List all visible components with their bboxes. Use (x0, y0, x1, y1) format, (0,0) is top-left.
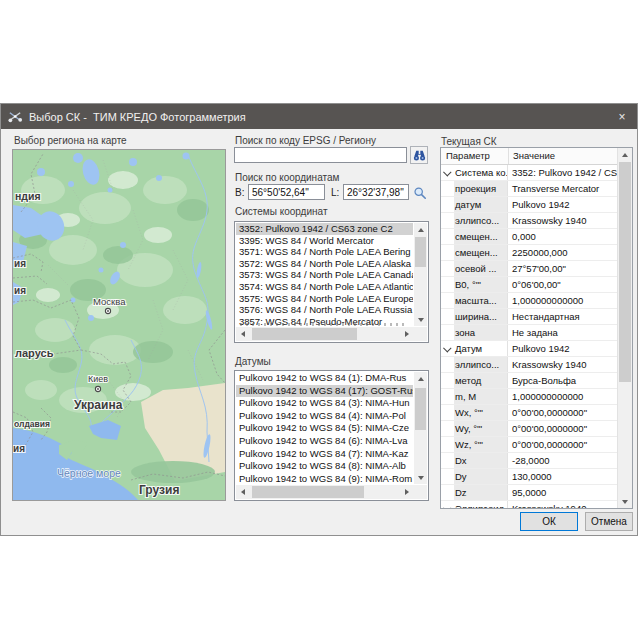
expand-gutter[interactable] (441, 181, 454, 196)
expand-gutter[interactable] (441, 469, 454, 484)
map-label: олдавия (14, 419, 50, 429)
param-cell: масшта... (454, 293, 508, 308)
table-row[interactable]: Dz 95,0000 (441, 485, 618, 501)
table-vscrollbar[interactable] (617, 148, 632, 508)
table-row[interactable]: Система ко... 3352: Pulkovo 1942 / CS63 … (441, 165, 618, 181)
expand-gutter[interactable] (441, 405, 454, 420)
cs-list-vscrollbar[interactable] (414, 223, 427, 326)
list-item[interactable]: 3576: WGS 84 / North Pole LAEA Russia (236, 304, 413, 316)
expand-gutter[interactable] (441, 197, 454, 212)
table-row[interactable]: смещен... 0,000 (441, 229, 618, 245)
list-item[interactable]: 3571: WGS 84 / North Pole LAEA Bering Se… (236, 246, 413, 258)
expand-gutter[interactable] (441, 293, 454, 308)
table-row[interactable]: эллипсо... Krassowsky 1940 (441, 357, 618, 373)
param-cell: Dy (454, 469, 508, 484)
value-cell: 95,0000 (508, 485, 618, 500)
list-item[interactable]: Pulkovo 1942 to WGS 84 (8): NIMA-Alb (236, 460, 413, 473)
expand-gutter[interactable] (441, 421, 454, 436)
list-item[interactable]: Pulkovo 1942 to WGS 84 (6): NIMA-Lva (236, 435, 413, 448)
table-row[interactable]: m, M 1,000000000000 (441, 389, 618, 405)
l-coordinate-input[interactable] (343, 184, 409, 200)
cancel-button[interactable]: Отмена (585, 512, 633, 531)
region-map[interactable]: ндияияияМоскваларусьКиевУкраинаолдавияия… (12, 149, 226, 501)
coordinate-systems-list[interactable]: 3352: Pulkovo 1942 / CS63 zone C2 3395: … (234, 221, 429, 343)
table-row[interactable]: масшта... 1,000000000000 (441, 293, 618, 309)
list-item[interactable]: 3395: WGS 84 / World Mercator (236, 235, 413, 247)
table-row[interactable]: метод Бурса-Вольфа (441, 373, 618, 389)
coords-search-button[interactable] (412, 185, 428, 201)
param-cell: Wy, °'" (454, 421, 508, 436)
map-label: ия (14, 285, 26, 296)
list-item[interactable]: Pulkovo 1942 to WGS 84 (1): DMA-Rus (236, 372, 413, 385)
list-item[interactable]: Pulkovo 1942 to WGS 84 (7): NIMA-Kaz (236, 448, 413, 461)
current-cs-table[interactable]: Параметр Значение Система ко... 3352: Pu… (440, 147, 633, 509)
table-row[interactable]: эллипсо... Krassowsky 1940 (441, 213, 618, 229)
list-item[interactable]: 3574: WGS 84 / North Pole LAEA Atlantic (236, 281, 413, 293)
list-item[interactable]: Pulkovo 1942 to WGS 84 (3): NIMA-Hun (236, 397, 413, 410)
map-label: ия (14, 258, 26, 269)
table-body: Система ко... 3352: Pulkovo 1942 / CS63 … (441, 165, 618, 508)
expand-gutter[interactable] (441, 309, 454, 324)
list-item[interactable]: 3572: WGS 84 / North Pole LAEA Alaska (236, 258, 413, 270)
close-button[interactable]: × (607, 104, 637, 129)
table-row[interactable]: Wz, °'" 0°00'00,0000000" (441, 437, 618, 453)
param-cell: Dx (454, 453, 508, 468)
table-row[interactable]: смещен... 2250000,000 (441, 245, 618, 261)
expand-gutter[interactable] (441, 485, 454, 500)
expand-gutter[interactable] (441, 325, 454, 340)
value-cell: 0,000 (508, 229, 618, 244)
table-row[interactable]: зона Не задана (441, 325, 618, 341)
expand-gutter[interactable] (441, 501, 454, 509)
expand-gutter[interactable] (441, 277, 454, 292)
value-cell: 27°57'00,00" (508, 261, 618, 276)
table-row[interactable]: Dy 130,0000 (441, 469, 618, 485)
datum-list-hscrollbar[interactable] (236, 485, 413, 499)
param-cell: Датум (454, 341, 508, 356)
expand-gutter[interactable] (441, 341, 454, 356)
table-row[interactable]: В0, °'" 0°06'00,00" (441, 277, 618, 293)
expand-gutter[interactable] (441, 357, 454, 372)
coordinate-system-dialog: Выбор СК - ТИМ КРЕДО Фотограмметрия × Вы… (0, 103, 638, 536)
table-row[interactable]: ширина... Нестандартная (441, 309, 618, 325)
table-row[interactable]: Dx -28,0000 (441, 453, 618, 469)
expand-gutter[interactable] (441, 453, 454, 468)
table-row[interactable]: Wx, °'" 0°00'00,0000000" (441, 405, 618, 421)
cs-list-hscrollbar[interactable] (236, 327, 413, 341)
app-icon (8, 109, 23, 124)
value-cell: Pulkovo 1942 (508, 341, 618, 356)
expand-gutter[interactable] (441, 165, 454, 180)
table-row[interactable]: датум Pulkovo 1942 (441, 197, 618, 213)
table-row[interactable]: осевой ... 27°57'00,00" (441, 261, 618, 277)
list-item[interactable]: Pulkovo 1942 to WGS 84 (17): GOST-Rus (236, 385, 413, 398)
expand-gutter[interactable] (441, 389, 454, 404)
datums-list[interactable]: Pulkovo 1942 to WGS 84 (1): DMA-Rus Pulk… (234, 370, 429, 501)
ok-button[interactable]: ОК (520, 512, 578, 531)
table-row[interactable]: Wy, °'" 0°00'00,0000000" (441, 421, 618, 437)
epsg-search-button[interactable] (410, 146, 428, 164)
datum-list-vscrollbar[interactable] (414, 372, 427, 484)
list-item[interactable]: 3352: Pulkovo 1942 / CS63 zone C2 (236, 223, 413, 235)
table-row[interactable]: проекция Transverse Mercator (441, 181, 618, 197)
table-row[interactable]: Датум Pulkovo 1942 (441, 341, 618, 357)
list-item[interactable]: 3573: WGS 84 / North Pole LAEA Canada (236, 269, 413, 281)
list-item[interactable]: 3575: WGS 84 / North Pole LAEA Europe (236, 293, 413, 305)
list-item[interactable]: Pulkovo 1942 to WGS 84 (9): NIMA-Rom (236, 473, 413, 484)
table-row[interactable]: Эллипсоид Krassowsky 1940 (441, 501, 618, 509)
value-cell: Krassowsky 1940 (508, 213, 618, 228)
expand-gutter[interactable] (441, 261, 454, 276)
expand-gutter[interactable] (441, 437, 454, 452)
param-cell: смещен... (454, 229, 508, 244)
expand-gutter[interactable] (441, 245, 454, 260)
list-item[interactable]: Pulkovo 1942 to WGS 84 (5): NIMA-Cze (236, 422, 413, 435)
param-cell: смещен... (454, 245, 508, 260)
param-cell: Система ко... (454, 165, 508, 180)
list-item[interactable]: Pulkovo 1942 to WGS 84 (4): NIMA-Pol (236, 410, 413, 423)
epsg-search-input[interactable] (234, 147, 407, 163)
value-cell: Нестандартная (508, 309, 618, 324)
value-cell: Transverse Mercator (508, 181, 618, 196)
expand-gutter[interactable] (441, 373, 454, 388)
expand-gutter[interactable] (441, 213, 454, 228)
b-coordinate-input[interactable] (248, 184, 325, 200)
expand-gutter[interactable] (441, 229, 454, 244)
titlebar[interactable]: Выбор СК - ТИМ КРЕДО Фотограмметрия × (1, 104, 637, 129)
